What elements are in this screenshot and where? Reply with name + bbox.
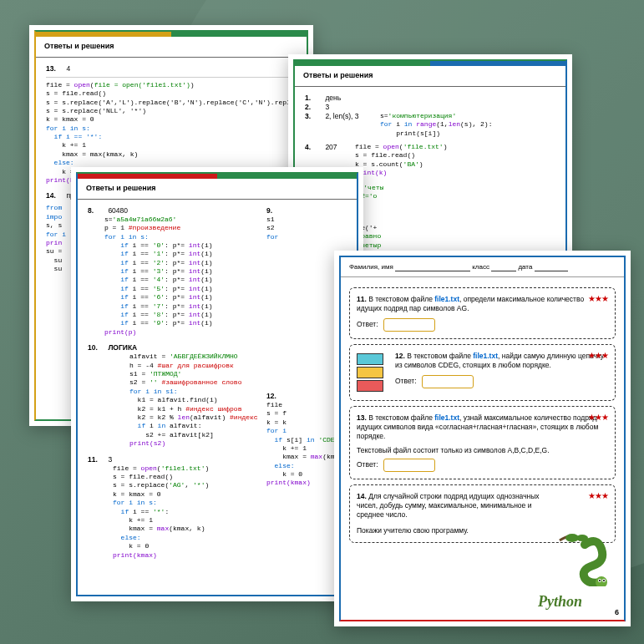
q11-num: 11. [88,455,106,464]
answer-label: Ответ: [357,461,378,469]
snake-icon [555,528,614,586]
q13-ans: 4 [66,64,70,73]
t12-num: 12. [395,352,405,360]
t14-note: Покажи учителю свою программу. [357,526,548,535]
difficulty-stars: ★★★ [588,350,608,361]
q4-num: 4. [305,143,323,152]
file-link[interactable]: file1.txt [434,413,459,422]
answer-input[interactable] [383,318,435,332]
code-line: for i in s: [46,124,297,133]
q3-ans: 2, len(s), 3 [325,112,358,120]
code-line: file = open(file = open('file1.txt')) [46,81,297,89]
q10-num: 10. [88,343,106,352]
code-line: kmax = max(kmax, k) [46,150,297,159]
q3-num: 3. [305,112,323,121]
task-12: ★★★ 12. В текстовом файле file1.txt, най… [349,344,616,401]
q3-print: print(s[i]) [380,129,492,138]
t14-text: Для случайной строки подряд идущих одноз… [357,492,540,519]
file-link[interactable]: file1.txt [473,352,498,360]
t12-text: В текстовом файле [407,352,473,360]
q10-ans: ЛОГИКА [108,343,137,352]
q2-ans: 3 [325,103,329,111]
q1-ans: день [325,94,341,102]
page1-header: Ответы и решения [36,37,307,58]
answer-label: Ответ: [395,377,417,385]
q12-num: 12. [266,392,285,401]
q13-num: 13. [46,64,64,74]
answer-label: Ответ: [357,320,378,328]
t13-num: 13. [357,413,367,422]
name-label: Фамилия, имя [349,263,393,271]
q4-ans: 207 [325,143,337,151]
worksheet-page: Фамилия, имя класс дата ★★★ 11. В тексто… [334,251,631,626]
code-line: if i == '*': [46,133,297,141]
t13-text: В текстовом файле [368,413,434,422]
q2-num: 2. [305,103,323,112]
task-13: ★★★ 13. В текстовом файле file1.txt, узн… [349,406,616,479]
svg-point-2 [596,576,607,586]
page3-header: Ответы и решения [295,66,565,87]
q8-ans: 60480 [108,206,128,215]
code-line: k += 1 [46,141,297,150]
q8-num: 8. [88,206,106,216]
q9-num: 9. [266,206,285,216]
form-header: Фамилия, имя класс дата [341,257,624,277]
difficulty-stars: ★★★ [588,293,608,304]
q11-ans: 3 [108,455,112,464]
code-line: s = s.replace('A','L').replace('B','N').… [46,99,297,107]
svg-point-6 [603,580,605,581]
diagram-icon [357,352,383,393]
difficulty-stars: ★★★ [588,490,608,501]
page2-header: Ответы и решения [78,179,357,200]
date-label: дата [518,263,532,271]
difficulty-stars: ★★★ [588,412,608,423]
t14-num: 14. [357,492,367,500]
class-label: класс [472,263,489,271]
file-link[interactable]: file1.txt [434,295,459,303]
t11-text: В текстовом файле [368,295,434,303]
answers-page-2: Ответы и решения 8. 60480 s='а5а4м71а66м… [71,167,363,601]
page-number: 6 [615,608,619,618]
python-logo: Python [538,592,582,611]
q1-num: 1. [305,94,323,103]
code-line: s = s.replace('NLL', '*') [46,107,297,115]
svg-point-5 [599,580,601,581]
task-11: ★★★ 11. В текстовом файле file1.txt, опр… [349,287,616,339]
answer-input[interactable] [383,459,435,472]
t13-note: Текстовый файл состоит только из символо… [357,446,608,455]
code-line: print(k) [355,169,447,177]
answer-input[interactable] [422,375,474,388]
code-line: s = file.read() [355,151,447,160]
t11-num: 11. [357,295,367,303]
q14-num: 14. [46,191,64,200]
code-line: s = file.read() [46,89,297,98]
code-line: k = kmax = 0 [46,115,297,124]
